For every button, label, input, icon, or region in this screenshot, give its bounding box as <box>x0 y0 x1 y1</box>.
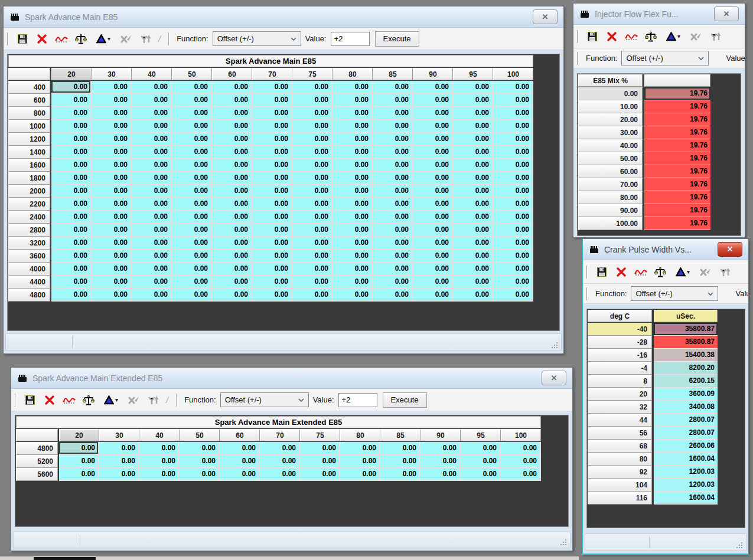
grid-cell[interactable]: 0.00 <box>92 172 132 185</box>
grid-cell[interactable]: 35800.87 <box>654 336 718 349</box>
save-button[interactable] <box>21 392 39 408</box>
grid-cell[interactable]: 19.76 <box>644 126 710 139</box>
grid-cell[interactable]: 0.00 <box>172 94 212 107</box>
row-header-cell[interactable]: 90.00 <box>578 204 643 217</box>
grid-cell[interactable]: 0.00 <box>413 211 453 224</box>
grid-cell[interactable]: 0.00 <box>380 442 420 455</box>
grid-cell[interactable]: 0.00 <box>172 276 212 289</box>
grid-cell[interactable]: 0.00 <box>453 159 493 172</box>
grid-cell[interactable]: 0.00 <box>212 198 252 211</box>
compare-button[interactable]: ▾ <box>92 31 115 47</box>
titlebar[interactable]: Spark Advance Main Extended E85 ✕ <box>11 368 572 389</box>
grid-cell[interactable]: 0.00 <box>51 276 92 289</box>
grid-cell[interactable]: 0.00 <box>212 120 252 133</box>
grid-cell[interactable]: 0.00 <box>373 224 413 237</box>
grid-cell[interactable]: 0.00 <box>172 172 212 185</box>
grid-cell[interactable]: 0.00 <box>413 263 453 276</box>
scale-button[interactable] <box>72 31 90 47</box>
grid-cell[interactable]: 0.00 <box>212 146 252 159</box>
close-button[interactable]: ✕ <box>714 6 739 21</box>
grid-cell[interactable]: 19.76 <box>644 217 710 230</box>
grid-cell[interactable]: 0.00 <box>92 263 132 276</box>
grid-cell[interactable]: 0.00 <box>59 468 99 481</box>
grid-cell[interactable]: 0.00 <box>51 224 92 237</box>
grid-cell[interactable]: 0.00 <box>212 224 252 237</box>
row-header-cell[interactable]: 0.00 <box>578 87 643 100</box>
grid-cell[interactable]: 0.00 <box>413 133 453 146</box>
grid-cell[interactable]: 0.00 <box>92 146 132 159</box>
col-header-cell[interactable]: 50 <box>172 68 212 80</box>
grid-cell[interactable]: 0.00 <box>252 159 292 172</box>
grid-cell[interactable]: 8200.20 <box>654 362 718 375</box>
grid-cell[interactable]: 0.00 <box>212 185 252 198</box>
grid-cell[interactable]: 0.00 <box>493 224 533 237</box>
grid-cell[interactable]: 0.00 <box>172 237 212 250</box>
grid-cell[interactable]: 0.00 <box>212 237 252 250</box>
grid-cell[interactable]: 0.00 <box>51 107 92 120</box>
delete-button[interactable] <box>612 264 630 280</box>
row-header-cell[interactable]: 5600 <box>16 468 58 481</box>
row-header-cell[interactable]: 5200 <box>16 455 58 468</box>
grid-cell[interactable]: 0.00 <box>340 455 380 468</box>
col-header-cell[interactable]: 90 <box>420 429 461 441</box>
grid-cell[interactable]: 0.00 <box>292 172 333 185</box>
grid-cell[interactable]: 0.00 <box>292 224 333 237</box>
grid-cell[interactable]: 0.00 <box>220 455 260 468</box>
grid-cell[interactable]: 0.00 <box>453 289 493 302</box>
grid-cell[interactable]: 0.00 <box>132 185 172 198</box>
delete-button[interactable] <box>41 392 58 408</box>
grid-cell[interactable]: 0.00 <box>333 276 373 289</box>
scale-button[interactable] <box>80 392 97 408</box>
grid-cell[interactable]: 19.76 <box>644 178 710 191</box>
grid-cell[interactable]: 0.00 <box>252 211 292 224</box>
col-header-cell[interactable]: 80 <box>340 429 380 441</box>
grid-cell[interactable]: 0.00 <box>340 468 380 481</box>
row-header-cell[interactable]: 104 <box>588 479 652 492</box>
grid-cell[interactable]: 0.00 <box>92 237 132 250</box>
grid-cell[interactable]: 0.00 <box>139 442 180 455</box>
grid-cell[interactable]: 0.00 <box>180 468 220 481</box>
grid-cell[interactable]: 0.00 <box>212 276 252 289</box>
grid-cell[interactable]: 0.00 <box>252 81 292 94</box>
grid-cell[interactable]: 0.00 <box>212 250 252 263</box>
grid-cell[interactable]: 0.00 <box>59 442 99 455</box>
grid-cell[interactable]: 0.00 <box>493 94 533 107</box>
grid-cell[interactable]: 0.00 <box>300 468 340 481</box>
function-dropdown[interactable]: Offset (+/-) <box>621 51 709 66</box>
row-header-cell[interactable]: 2800 <box>8 224 50 237</box>
grid-cell[interactable]: 0.00 <box>172 159 212 172</box>
grid-cell[interactable]: 2600.06 <box>654 440 718 453</box>
row-header-cell[interactable]: 32 <box>588 401 652 414</box>
grid-cell[interactable]: 0.00 <box>92 250 132 263</box>
grid-cell[interactable]: 0.00 <box>333 211 373 224</box>
grid-cell[interactable]: 0.00 <box>333 120 373 133</box>
col-header-cell[interactable]: 85 <box>380 429 420 441</box>
grid-cell[interactable]: 0.00 <box>172 146 212 159</box>
row-header-cell[interactable]: 800 <box>8 107 50 120</box>
grid-cell[interactable]: 0.00 <box>292 120 333 133</box>
grid-cell[interactable]: 6200.15 <box>654 375 718 388</box>
col-header-cell[interactable]: 95 <box>461 429 501 441</box>
grid-cell[interactable]: 0.00 <box>172 250 212 263</box>
grid-cell[interactable]: 0.00 <box>453 224 493 237</box>
grid-cell[interactable]: 35800.87 <box>654 323 718 336</box>
grid-cell[interactable]: 0.00 <box>373 159 413 172</box>
grid-cell[interactable]: 0.00 <box>292 107 333 120</box>
grid-cell[interactable]: 0.00 <box>92 159 132 172</box>
grid-cell[interactable]: 0.00 <box>172 198 212 211</box>
grid-cell[interactable]: 0.00 <box>501 455 541 468</box>
grid-cell[interactable]: 0.00 <box>252 146 292 159</box>
col-header-cell[interactable]: 75 <box>292 68 333 80</box>
grid-cell[interactable]: 0.00 <box>373 198 413 211</box>
value-input[interactable] <box>331 32 370 46</box>
row-header-cell[interactable]: 30.00 <box>578 126 643 139</box>
grid-cell[interactable]: 0.00 <box>292 211 333 224</box>
grid-cell[interactable]: 0.00 <box>51 237 92 250</box>
grid-cell[interactable]: 0.00 <box>132 276 172 289</box>
grid-cell[interactable]: 0.00 <box>252 120 292 133</box>
grid-cell[interactable]: 0.00 <box>292 198 333 211</box>
grid-cell[interactable]: 0.00 <box>260 455 300 468</box>
grid-cell[interactable]: 0.00 <box>212 263 252 276</box>
grid-cell[interactable]: 0.00 <box>51 289 92 302</box>
grid-cell[interactable]: 0.00 <box>373 276 413 289</box>
